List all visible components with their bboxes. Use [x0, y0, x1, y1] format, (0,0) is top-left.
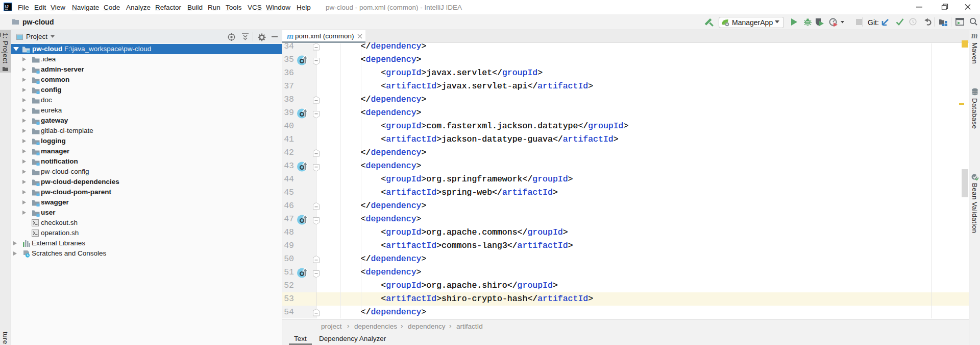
svg-text:IJ: IJ: [5, 4, 9, 9]
